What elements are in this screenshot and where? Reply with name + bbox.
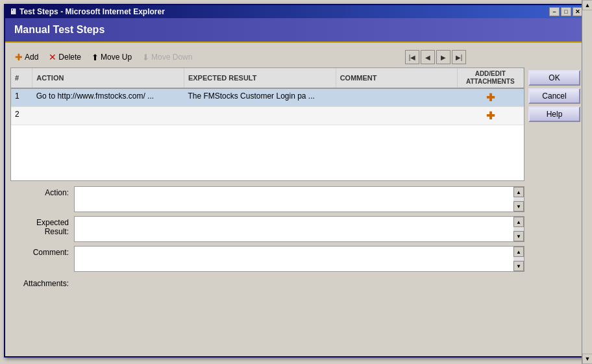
attachments-label: Attachments: <box>10 277 69 288</box>
add-button[interactable]: ✚ Add <box>10 49 43 65</box>
col-comment: COMMENT <box>336 68 457 88</box>
nav-prev-button[interactable]: ◀ <box>421 50 435 64</box>
comment-label: Comment: <box>10 246 69 257</box>
ok-button[interactable]: OK <box>528 70 580 86</box>
scroll-up-arrow[interactable]: ▲ <box>513 187 524 197</box>
row-comment <box>336 88 457 107</box>
scroll-down-arrow[interactable]: ▼ <box>513 231 524 241</box>
move-down-icon: ⬇ <box>142 53 149 62</box>
move-up-button[interactable]: ⬆ Move Up <box>87 49 136 65</box>
nav-controls: |◀ ◀ ▶ ▶| <box>405 50 466 64</box>
row-action: Go to http://www.fmstocks.com/ ... <box>32 88 184 107</box>
add-attachment-icon[interactable]: ✚ <box>486 92 495 103</box>
attachments-row: Attachments: <box>10 276 524 289</box>
expected-scrollbar: ▲ ▼ <box>513 217 524 241</box>
delete-icon: ✕ <box>49 52 56 62</box>
row-action <box>32 107 184 125</box>
move-up-icon: ⬆ <box>92 53 99 62</box>
scroll-up-arrow[interactable]: ▲ <box>513 217 524 227</box>
minimize-button[interactable]: – <box>549 7 560 16</box>
side-buttons: OK Cancel Help <box>528 47 582 289</box>
add-attachment-icon[interactable]: ✚ <box>486 110 495 121</box>
add-icon: ✚ <box>15 52 23 62</box>
cancel-button[interactable]: Cancel <box>528 88 580 104</box>
nav-next-button[interactable]: ▶ <box>436 50 450 64</box>
window-icon: 🖥 <box>9 7 17 16</box>
action-label: Action: <box>10 186 69 197</box>
help-button[interactable]: Help <box>528 106 580 122</box>
action-input[interactable] <box>75 187 513 212</box>
row-attachment[interactable]: ✚ <box>457 88 523 107</box>
row-num: 1 <box>11 88 32 107</box>
attachments-area <box>74 276 524 289</box>
maximize-button[interactable]: □ <box>561 7 571 16</box>
scroll-down-arrow[interactable]: ▼ <box>513 201 524 212</box>
steps-table-container: # ACTION EXPECTED RESULT COMMENT ADD/EDI… <box>10 67 524 181</box>
action-row: Action: ▲ ▼ <box>10 186 524 212</box>
window-header: Manual Test Steps <box>5 18 587 43</box>
toolbar: ✚ Add ✕ Delete ⬆ Move Up ⬇ <box>10 47 524 67</box>
action-scrollbar: ▲ ▼ <box>513 187 524 212</box>
action-field-wrapper: ▲ ▼ <box>74 186 524 212</box>
outer-scrollbar: ▲ ▼ <box>582 0 592 364</box>
col-num: # <box>11 68 32 88</box>
delete-button[interactable]: ✕ Delete <box>44 49 86 65</box>
comment-row: Comment: ▲ ▼ <box>10 246 524 272</box>
table-row[interactable]: 1 Go to http://www.fmstocks.com/ ... The… <box>11 88 524 107</box>
row-expected <box>184 107 336 125</box>
row-expected: The FMStocks Customer Login pa ... <box>184 88 336 107</box>
expected-input[interactable] <box>75 217 513 241</box>
outer-scroll-down[interactable]: ▼ <box>582 354 592 364</box>
form-section: Action: ▲ ▼ Expected Result: <box>10 186 524 289</box>
comment-input[interactable] <box>75 247 513 271</box>
outer-scroll-up[interactable]: ▲ <box>582 0 592 10</box>
nav-last-button[interactable]: ▶| <box>452 50 466 64</box>
title-bar: 🖥 Test Steps - Microsoft Internet Explor… <box>5 5 587 18</box>
page-title: Manual Test Steps <box>14 24 105 36</box>
col-expected: EXPECTED RESULT <box>184 68 336 88</box>
scroll-down-arrow[interactable]: ▼ <box>513 261 524 271</box>
row-comment <box>336 107 457 125</box>
nav-first-button[interactable]: |◀ <box>405 50 419 64</box>
move-down-button[interactable]: ⬇ Move Down <box>138 49 197 65</box>
expected-label: Expected Result: <box>10 216 69 236</box>
col-action: ACTION <box>32 68 184 88</box>
expected-field-wrapper: ▲ ▼ <box>74 216 524 242</box>
comment-scrollbar: ▲ ▼ <box>513 247 524 271</box>
scroll-up-arrow[interactable]: ▲ <box>513 247 524 257</box>
steps-table: # ACTION EXPECTED RESULT COMMENT ADD/EDI… <box>11 68 524 125</box>
row-attachment[interactable]: ✚ <box>457 107 523 125</box>
comment-field-wrapper: ▲ ▼ <box>74 246 524 272</box>
expected-row: Expected Result: ▲ ▼ <box>10 216 524 242</box>
row-num: 2 <box>11 107 32 125</box>
window-title: Test Steps - Microsoft Internet Explorer <box>19 7 165 16</box>
table-row[interactable]: 2 ✚ <box>11 107 524 125</box>
col-attachments: ADD/EDITATTACHMENTS <box>457 68 523 88</box>
